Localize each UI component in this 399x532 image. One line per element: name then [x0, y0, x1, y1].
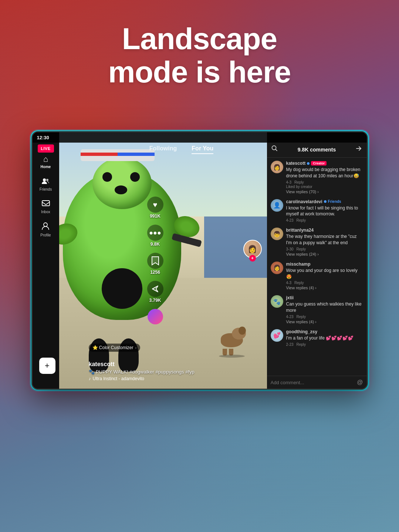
comment-text: I'm a fan of your life 💕💕💕💕💕: [286, 335, 363, 341]
comment-text: I know for fact I will be singing this t…: [286, 205, 363, 218]
comment-count: 9.8K: [151, 242, 160, 247]
comment-username: misschamp: [286, 262, 363, 267]
bookmark-button[interactable]: 1256: [147, 253, 163, 275]
comment-content: carolinavelardevi Friends I know for fac…: [286, 199, 363, 223]
comment-username: jxtii: [286, 295, 363, 300]
color-customizer-badge[interactable]: ⭐ Color Customizer ›: [89, 344, 141, 352]
svg-point-3: [44, 223, 47, 226]
sidebar-item-profile[interactable]: Profile: [40, 222, 51, 237]
like-count: 991K: [150, 214, 160, 219]
comment-meta: 3-30 Reply: [286, 247, 363, 251]
emoji-button[interactable]: @: [357, 379, 363, 386]
comment-content: brittanlyna24 The way they harmonize ar …: [286, 228, 363, 256]
tab-for-you[interactable]: For You: [192, 145, 213, 154]
comment-text: My dog would be dragging the broken dron…: [286, 167, 363, 179]
view-replies[interactable]: View replies (4) ›: [286, 286, 363, 290]
reply-button[interactable]: Reply: [297, 247, 306, 251]
heart-icon: ♥: [147, 197, 163, 213]
comment-item: 👩 misschamp Wow you and your dog are so …: [271, 262, 363, 290]
view-replies[interactable]: View replies (70) ›: [286, 190, 363, 194]
sidebar: LIVE ⌂ Home Friends: [33, 132, 59, 389]
comment-item: 💕 goodthing_zsy I'm a fan of your life 💕…: [271, 329, 363, 347]
nav-label-home: Home: [41, 165, 51, 169]
comment-username: brittanlyna24: [286, 228, 363, 233]
reply-button[interactable]: Reply: [297, 218, 306, 222]
music-icon: ♪: [89, 376, 91, 381]
view-replies[interactable]: View replies (4) ›: [286, 320, 363, 324]
comment-username: goodthing_zsy: [286, 329, 363, 334]
comment-content: goodthing_zsy I'm a fan of your life 💕💕💕…: [286, 329, 363, 347]
comment-content: katescott Creator My dog would be draggi…: [286, 161, 363, 194]
comment-text: Can you guess which walkies they like mo…: [286, 301, 363, 314]
comment-avatar: 👩: [271, 161, 283, 173]
sidebar-item-friends[interactable]: Friends: [40, 177, 52, 191]
share-icon: [147, 281, 163, 297]
svg-point-0: [43, 178, 46, 181]
video-tabs: Following For You: [118, 145, 245, 154]
share-count: 3.79K: [149, 298, 161, 303]
like-button[interactable]: ♥ 991K: [147, 197, 163, 219]
friends-badge: Friends: [328, 200, 341, 204]
video-caption: 🐾 PUPPY WALK! #dogwalker #puppysongs #fy…: [89, 369, 263, 375]
live-badge[interactable]: LIVE: [38, 144, 54, 153]
device-frame: 12:30 LIVE ⌂ Home Friends: [31, 131, 368, 390]
reply-button[interactable]: Reply: [297, 342, 306, 347]
small-dog: [217, 326, 250, 355]
inbox-icon: [42, 200, 50, 209]
search-button[interactable]: [271, 145, 278, 154]
comment-avatar: 🐾: [271, 295, 283, 308]
comment-avatar: 👤: [271, 199, 283, 212]
home-icon: ⌂: [43, 154, 48, 164]
profile-icon: [42, 222, 49, 232]
comment-button[interactable]: ●●● 9.8K: [147, 225, 163, 247]
nav-label-friends: Friends: [40, 187, 52, 191]
add-post-button[interactable]: +: [39, 358, 55, 374]
video-area: Following For You ⭐ Color Customizer › k…: [59, 132, 267, 389]
bookmark-icon: [147, 253, 163, 269]
video-actions: ♥ 991K ●●● 9.8K 1256: [147, 197, 163, 324]
comment-icon: ●●●: [147, 225, 163, 241]
nav-label-profile: Profile: [40, 233, 51, 237]
comment-item: 👦 brittanlyna24 The way they harmonize a…: [271, 228, 363, 256]
comment-text: The way they harmonize ar the "cuz I'm o…: [286, 233, 363, 246]
comment-username: carolinavelardevi Friends: [286, 199, 363, 204]
comment-input-area: @: [267, 376, 367, 389]
comments-list: 👩 katescott Creator My dog would be drag…: [267, 158, 367, 376]
reply-button[interactable]: Reply: [294, 281, 304, 285]
nav-label-inbox: Inbox: [41, 210, 50, 214]
comment-item: 🐾 jxtii Can you guess which walkies they…: [271, 295, 363, 324]
creator-badge: Creator: [311, 161, 327, 166]
sidebar-item-home[interactable]: ⌂ Home: [41, 154, 51, 169]
friends-icon: [41, 177, 50, 187]
comment-username: katescott Creator: [286, 161, 363, 166]
reply-button[interactable]: Reply: [297, 315, 306, 319]
view-replies[interactable]: View replies (24) ›: [286, 252, 363, 256]
comment-input[interactable]: [271, 380, 354, 385]
svg-point-1: [46, 179, 48, 181]
verified-dot: [307, 162, 310, 165]
comment-content: jxtii Can you guess which walkies they l…: [286, 295, 363, 324]
tab-following[interactable]: Following: [149, 145, 177, 154]
sidebar-item-inbox[interactable]: Inbox: [41, 200, 50, 214]
comment-meta: 2-23 Reply: [286, 342, 363, 347]
comment-content: misschamp Wow you and your dog are so lo…: [286, 262, 363, 290]
share-button[interactable]: 3.79K: [147, 281, 163, 303]
status-bar: 12:30: [33, 132, 367, 143]
comment-text: Wow you and your dog are so lovely😍: [286, 267, 363, 280]
comment-avatar: 👦: [271, 228, 283, 240]
liked-by: Liked by creator: [286, 185, 363, 189]
creator-name: katescott: [89, 361, 263, 368]
video-bottom-info: katescott 🐾 PUPPY WALK! #dogwalker #pupp…: [89, 361, 263, 381]
reply-button[interactable]: Reply: [294, 180, 304, 184]
comment-avatar: 👩: [271, 262, 283, 274]
comment-meta: 4-3 Reply: [286, 180, 363, 184]
video-music: ♪ Ultra Instinct - adamdevito: [89, 376, 263, 381]
comment-meta: 4-23 Reply: [286, 218, 363, 222]
bookmark-count: 1256: [150, 270, 160, 275]
gradient-orb: [148, 309, 163, 324]
comment-avatar: 💕: [271, 329, 283, 342]
comments-title: 9.8K comments: [298, 147, 336, 153]
comments-panel: 9.8K comments 👩 katescott: [267, 132, 367, 389]
close-button[interactable]: [355, 145, 362, 154]
video-creator-avatar[interactable]: 👩 +: [243, 240, 262, 262]
